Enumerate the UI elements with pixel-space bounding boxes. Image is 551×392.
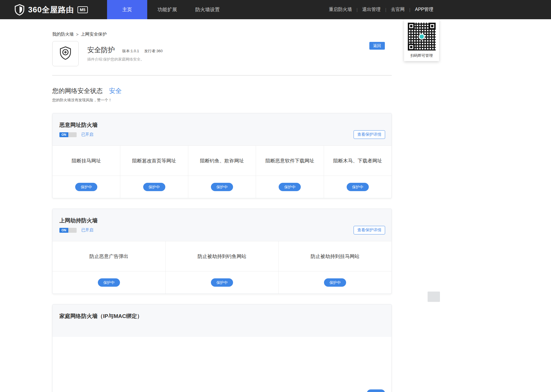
protection-label: 阻断木马、下载者网址: [324, 146, 391, 176]
status-badge: 保护中: [279, 183, 301, 191]
qr-code: [408, 23, 436, 51]
protection-label: 阻断篡改首页等网址: [120, 146, 188, 176]
breadcrumb: 我的防火墙 > 上网安全保护: [52, 31, 392, 37]
card-home-network-firewall: 家庭网络防火墙（IP与MAC绑定）: [52, 304, 392, 392]
toggle-status-text: 已开启: [81, 228, 93, 233]
firewall-toggle[interactable]: ON: [59, 228, 77, 233]
protection-grid: 防止恶意广告弹出 保护中 防止被劫持到钓鱼网站 保护中 防止被劫持到挂马网站 保…: [53, 241, 391, 294]
status-badge: 保护中: [324, 278, 346, 287]
nav-separator: |: [409, 7, 410, 12]
app-manage-qr-panel: 扫码即可管理: [404, 19, 439, 61]
protection-column: 防止恶意广告弹出 保护中: [53, 241, 166, 294]
card-header: 恶意网址防火墙 ON 已开启 查看保护详情: [53, 113, 391, 146]
card-hijack-firewall: 上网劫持防火墙 ON 已开启 查看保护详情 防止恶意广告弹出 保护中 防止被劫持…: [52, 209, 392, 294]
nav-separator: |: [385, 7, 386, 12]
brand: 360全屋路由 M5: [14, 0, 88, 19]
protection-column: 防止被劫持到钓鱼网站 保护中: [166, 241, 279, 294]
plugin-icon-box: [52, 41, 79, 66]
protection-label: 防止恶意广告弹出: [53, 241, 165, 271]
status-badge: 保护中: [143, 183, 165, 191]
brand-model-badge: M5: [77, 6, 88, 13]
view-protection-details-button[interactable]: 查看保护详情: [354, 226, 385, 234]
toggle-track: [68, 228, 77, 233]
status-badge: 保护中: [347, 183, 369, 191]
back-button[interactable]: 返回: [369, 42, 385, 50]
security-status-section: 您的网络安全状态 安全 您的防火墙没有发现风险，赞一个！: [52, 87, 392, 103]
qr-caption: 扫码即可管理: [408, 53, 436, 58]
tab-home[interactable]: 主页: [107, 0, 147, 19]
tab-extensions[interactable]: 功能扩展: [147, 0, 187, 19]
qr-center-logo: [419, 34, 425, 40]
protection-column: 防止被劫持到挂马网站 保护中: [279, 241, 391, 294]
chevron-down-icon: [431, 295, 437, 299]
protection-grid: 阻断挂马网址 保护中 阻断篡改首页等网址 保护中 阻断钓鱼、欺诈网址 保护中 阻…: [53, 146, 391, 198]
scroll-down-button[interactable]: [428, 292, 440, 302]
main-nav-tabs: 主页 功能扩展 防火墙设置: [107, 0, 228, 19]
card3-action-button[interactable]: [367, 389, 385, 392]
nav-link-app-manage[interactable]: APP管理: [415, 7, 433, 13]
card-title: 恶意网址防火墙: [59, 121, 385, 129]
protection-column: 阻断木马、下载者网址 保护中: [324, 146, 391, 198]
protection-label: 阻断钓鱼、欺诈网址: [188, 146, 256, 176]
section-divider: [52, 75, 392, 75]
toggle-on-label: ON: [59, 228, 68, 233]
toggle-status-text: 已开启: [81, 132, 93, 137]
security-status-subtitle: 您的防火墙没有发现风险，赞一个！: [52, 98, 392, 103]
nav-separator: |: [356, 7, 358, 12]
plugin-description: 插件介绍:保护您的家庭网络安全。: [87, 57, 163, 62]
card-title: 家庭网络防火墙（IP与MAC绑定）: [59, 313, 385, 320]
plugin-version: 版本:1.0.1: [122, 48, 139, 54]
top-navbar: 360全屋路由 M5 主页 功能扩展 防火墙设置 重启防火墙 | 退出管理 | …: [0, 0, 551, 19]
firewall-toggle[interactable]: ON: [59, 132, 77, 137]
toggle-track: [68, 132, 77, 137]
nav-link-restart-firewall[interactable]: 重启防火墙: [329, 7, 352, 13]
card-header: 家庭网络防火墙（IP与MAC绑定）: [53, 304, 391, 337]
protection-label: 阻断恶意软件下载网址: [256, 146, 323, 176]
plugin-title: 安全防护: [87, 45, 115, 55]
nav-link-official-site[interactable]: 去官网: [391, 7, 405, 13]
security-status-title: 您的网络安全状态: [52, 87, 103, 95]
protection-column: 阻断挂马网址 保护中: [53, 146, 120, 198]
protection-label: 阻断挂马网址: [53, 146, 120, 176]
brand-shield-icon: [14, 4, 25, 15]
security-status-value: 安全: [109, 87, 122, 95]
main-content: 我的防火墙 > 上网安全保护 返回 安全防护 版本:1.0.1 发行者:360 …: [52, 31, 392, 392]
breadcrumb-separator: >: [76, 32, 79, 37]
card-header: 上网劫持防火墙 ON 已开启 查看保护详情: [53, 209, 391, 241]
shield-plus-icon: [58, 46, 73, 61]
status-badge: 保护中: [98, 278, 120, 287]
protection-label: 防止被劫持到挂马网站: [279, 241, 391, 271]
qr-finder-marker: [408, 44, 415, 51]
plugin-info: 安全防护 版本:1.0.1 发行者:360 插件介绍:保护您的家庭网络安全。: [87, 41, 163, 66]
tab-firewall-settings[interactable]: 防火墙设置: [187, 0, 228, 19]
qr-finder-marker: [429, 23, 436, 30]
protection-column: 阻断钓鱼、欺诈网址 保护中: [188, 146, 256, 198]
protection-column: 阻断恶意软件下载网址 保护中: [256, 146, 324, 198]
view-protection-details-button[interactable]: 查看保护详情: [354, 130, 385, 139]
status-badge: 保护中: [211, 278, 233, 287]
qr-finder-marker: [408, 23, 415, 30]
protection-column: 阻断篡改首页等网址 保护中: [120, 146, 188, 198]
card-malicious-url-firewall: 恶意网址防火墙 ON 已开启 查看保护详情 阻断挂马网址 保护中 阻断篡改首页等…: [52, 113, 392, 198]
protection-label: 防止被劫持到钓鱼网站: [166, 241, 278, 271]
toggle-on-label: ON: [59, 132, 68, 137]
breadcrumb-root[interactable]: 我的防火墙: [52, 32, 74, 37]
plugin-summary: 安全防护 版本:1.0.1 发行者:360 插件介绍:保护您的家庭网络安全。: [52, 41, 392, 66]
card-title: 上网劫持防火墙: [59, 217, 385, 224]
status-badge: 保护中: [211, 183, 233, 191]
breadcrumb-current: 上网安全保护: [81, 32, 107, 37]
nav-link-logout[interactable]: 退出管理: [362, 7, 381, 13]
nav-utility-links: 重启防火墙 | 退出管理 | 去官网 | APP管理: [329, 0, 433, 19]
plugin-publisher: 发行者:360: [144, 48, 163, 54]
status-badge: 保护中: [75, 183, 97, 191]
brand-name: 360全屋路由: [28, 5, 74, 15]
